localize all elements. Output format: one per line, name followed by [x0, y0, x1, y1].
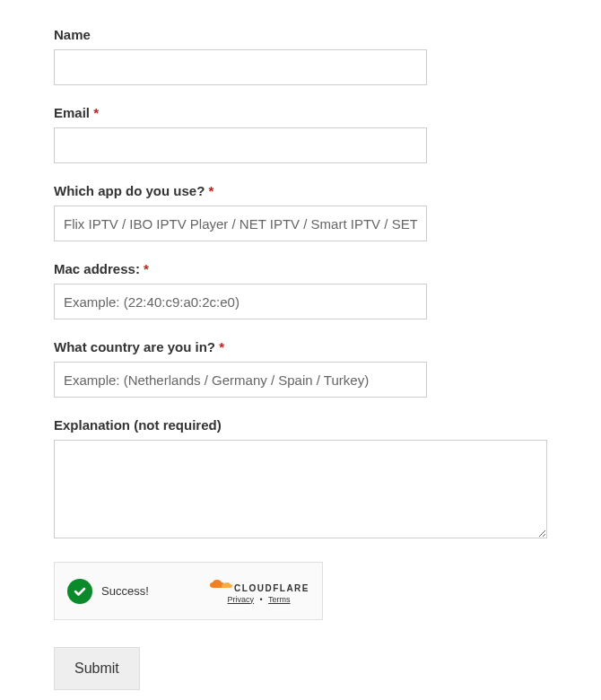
required-marker: *: [219, 339, 224, 354]
separator-dot: •: [260, 595, 263, 604]
captcha-status-text: Success!: [101, 584, 149, 598]
explanation-label: Explanation (not required): [54, 417, 547, 433]
submit-button[interactable]: Submit: [54, 647, 140, 690]
required-marker: *: [93, 105, 99, 120]
captcha-widget: Success! CLOUDFLARE Privacy • Terms: [54, 562, 323, 620]
mac-label-text: Mac address:: [54, 261, 140, 276]
explanation-group: Explanation (not required): [54, 417, 547, 542]
country-label-text: What country are you in?: [54, 339, 215, 354]
privacy-link[interactable]: Privacy: [228, 595, 255, 604]
mac-group: Mac address: *: [54, 261, 547, 319]
mac-label: Mac address: *: [54, 261, 547, 276]
app-label: Which app do you use? *: [54, 183, 547, 198]
country-input[interactable]: [54, 362, 427, 398]
captcha-branding: CLOUDFLARE Privacy • Terms: [208, 579, 309, 604]
required-marker: *: [144, 261, 149, 276]
email-label-text: Email: [54, 105, 90, 120]
captcha-links: Privacy • Terms: [208, 595, 309, 604]
name-input[interactable]: [54, 49, 427, 85]
captcha-left: Success!: [67, 579, 149, 604]
app-input[interactable]: [54, 206, 427, 241]
cloudflare-text: CLOUDFLARE: [234, 583, 309, 593]
app-label-text: Which app do you use?: [54, 183, 205, 198]
country-label: What country are you in? *: [54, 339, 547, 354]
cloudflare-icon: [208, 579, 233, 591]
email-input[interactable]: [54, 127, 427, 163]
name-label-text: Name: [54, 27, 91, 42]
contact-form: Name Email * Which app do you use? * Mac…: [54, 27, 547, 690]
terms-link[interactable]: Terms: [268, 595, 291, 604]
app-group: Which app do you use? *: [54, 183, 547, 241]
success-check-icon: [67, 579, 92, 604]
mac-input[interactable]: [54, 284, 427, 319]
country-group: What country are you in? *: [54, 339, 547, 398]
name-group: Name: [54, 27, 547, 85]
email-label: Email *: [54, 105, 547, 120]
required-marker: *: [209, 183, 214, 198]
explanation-textarea[interactable]: [54, 440, 547, 538]
email-group: Email *: [54, 105, 547, 163]
cloudflare-brand: CLOUDFLARE: [208, 579, 309, 593]
explanation-label-text: Explanation (not required): [54, 417, 222, 433]
name-label: Name: [54, 27, 547, 42]
